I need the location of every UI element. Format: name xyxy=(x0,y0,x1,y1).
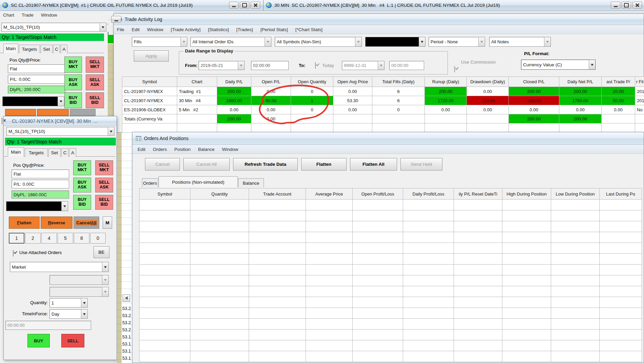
dropdown-icon[interactable] xyxy=(81,310,87,318)
flatten-button-clipped[interactable] xyxy=(5,109,36,116)
maximize-button[interactable] xyxy=(240,2,249,8)
oap-empty-row-1[interactable] xyxy=(140,210,642,221)
dropdown-icon[interactable] xyxy=(544,37,550,46)
tal-column-header-1[interactable]: Chart xyxy=(177,77,217,87)
scroll-left-button[interactable] xyxy=(123,294,130,302)
cancel-all-button[interactable]: CancelAll xyxy=(74,217,99,229)
oap-menu-0[interactable]: Edit xyxy=(138,147,145,152)
oap-menu-2[interactable]: Position xyxy=(174,147,191,152)
oap-empty-row-6[interactable] xyxy=(140,265,642,275)
symbols-filter-dropdown[interactable]: All Symbols (Non-Sim) xyxy=(275,37,362,47)
order-type-dropdown[interactable]: Market xyxy=(10,262,109,272)
tab-set[interactable]: Set xyxy=(41,45,53,53)
account-dropdown-redacted[interactable] xyxy=(2,96,64,106)
today-checkbox[interactable] xyxy=(315,62,316,69)
position-field[interactable]: Flat xyxy=(12,169,69,178)
tab-positions-non-simulated[interactable]: Positions (Non-simulated) xyxy=(159,176,238,187)
tab-balance[interactable]: Balance xyxy=(238,178,264,187)
oap-column-header-5[interactable]: Daily Profit/Loss xyxy=(403,188,454,200)
oap-empty-row-13[interactable] xyxy=(140,340,642,351)
oap-empty-row-10[interactable] xyxy=(140,308,642,319)
dom2-close-button[interactable] xyxy=(2,118,2,124)
tal-menu-1[interactable]: Edit xyxy=(132,27,140,32)
oap-empty-row-14[interactable] xyxy=(140,351,642,362)
buy-mkt-button[interactable]: BUY MKT xyxy=(64,56,82,73)
dom2-titlebar[interactable]: CL-201907-NYMEX [CBV][M] 30 Min ... xyxy=(4,116,117,126)
minimize-button[interactable] xyxy=(229,2,238,8)
reverse-button[interactable]: Reverse xyxy=(41,217,72,229)
oap-column-header-0[interactable]: Symbol xyxy=(140,188,190,200)
tal-menu-0[interactable]: File xyxy=(117,27,124,32)
to-date-dropdown[interactable]: 9999-12-31 xyxy=(342,61,385,70)
buy-ask-button[interactable]: BUY ASK xyxy=(73,178,91,192)
quantity-dropdown[interactable]: 1 xyxy=(49,298,88,308)
oap-column-header-9[interactable]: Last During Po xyxy=(600,188,642,200)
dropdown-icon[interactable] xyxy=(100,23,106,31)
dropdown-icon[interactable] xyxy=(589,60,595,69)
oap-titlebar[interactable]: Orders And Positions xyxy=(132,132,644,145)
account-filter-dropdown-redacted[interactable] xyxy=(365,37,425,47)
notes-filter-dropdown[interactable]: All Notes xyxy=(489,37,551,47)
m-button[interactable]: M xyxy=(103,217,112,229)
chart1-menu-1[interactable]: Trade xyxy=(22,13,34,18)
use-attached-orders-checkbox[interactable] xyxy=(13,250,14,256)
qty-preset-1[interactable]: 1 xyxy=(9,233,24,244)
reverse-button-clipped[interactable] xyxy=(37,109,69,116)
dropdown-icon[interactable] xyxy=(265,37,271,46)
dropdown-icon[interactable] xyxy=(102,262,108,272)
buy-ask-button[interactable]: BUY ASK xyxy=(64,74,82,90)
tal-column-header-0[interactable]: Symbol xyxy=(122,77,177,87)
tal-menu-5[interactable]: [Trades] xyxy=(236,27,253,32)
oap-empty-row-2[interactable] xyxy=(140,221,642,232)
dropdown-icon[interactable] xyxy=(108,127,114,135)
buy-bid-button[interactable]: BUY BID xyxy=(64,92,82,108)
dropdown-icon[interactable] xyxy=(58,97,64,106)
chart1-menu-2[interactable]: Window xyxy=(41,13,57,18)
send-held-button[interactable]: Send Held xyxy=(400,158,442,171)
fills-filter-dropdown[interactable]: Fills xyxy=(132,37,187,47)
use-commission-checkbox[interactable] xyxy=(454,66,455,72)
from-time-field[interactable]: 02:00:00 xyxy=(251,61,289,70)
buy-bid-button[interactable]: BUY BID xyxy=(73,195,91,210)
qty-preset-2[interactable]: 2 xyxy=(25,233,41,244)
tal-row-4[interactable] xyxy=(122,123,644,133)
tal-menu-3[interactable]: [Trade Activity] xyxy=(171,27,201,32)
sell-bid-button[interactable]: SELL BID xyxy=(95,195,113,210)
buy-button[interactable]: BUY xyxy=(27,334,50,347)
dropdown-icon[interactable] xyxy=(378,61,384,70)
tal-menu-7[interactable]: [*Chart Stats] xyxy=(295,27,323,32)
tab-a[interactable]: A xyxy=(61,45,67,53)
cancel-button[interactable]: Cancel xyxy=(145,158,180,171)
dropdown-icon[interactable] xyxy=(355,37,361,46)
period-filter-dropdown[interactable]: Period - None xyxy=(429,37,485,47)
oap-menu-4[interactable]: Window xyxy=(222,147,238,152)
internal-order-ids-dropdown[interactable]: All Internal Order IDs xyxy=(190,37,271,47)
from-date-dropdown[interactable]: 2019-05-21 xyxy=(199,61,245,70)
minimize-button[interactable] xyxy=(611,2,620,8)
tab-c[interactable]: C xyxy=(61,148,68,157)
cancel-all-button[interactable]: Cancel All xyxy=(183,158,230,171)
tal-row-1[interactable]: CL-201907-NYMEX30 Min #41660.0090.00153.… xyxy=(122,96,644,105)
strategy-dropdown[interactable]: M_SL(10)_TP(10) xyxy=(6,127,115,136)
tal-row-2[interactable]: ES-201906-GLOBEX5 Min #20.000.0000.0000.… xyxy=(122,105,644,114)
account-dropdown-redacted[interactable] xyxy=(6,201,68,211)
tal-column-header-11[interactable]: ast Trade P/ xyxy=(602,77,635,87)
sell-ask-button[interactable]: SELL ASK xyxy=(95,178,113,192)
sell-mkt-button[interactable]: SELL MKT xyxy=(95,160,113,175)
tab-main[interactable]: Main xyxy=(3,44,18,53)
tal-column-header-6[interactable]: Total Fills (Daily) xyxy=(372,77,425,87)
tal-row-3[interactable]: Totals (Currency Va200.000.00200.00200.0… xyxy=(122,114,644,123)
flatten-button[interactable]: Flatten xyxy=(301,158,347,171)
oap-menu-3[interactable]: Balance xyxy=(198,147,215,152)
qty-preset-4[interactable]: 4 xyxy=(41,233,57,244)
tal-column-header-9[interactable]: Closed P/L xyxy=(509,77,559,87)
tal-minimize-button[interactable] xyxy=(111,16,121,23)
flatten-button[interactable]: Flatten xyxy=(9,217,40,229)
tab-c[interactable]: C xyxy=(53,45,60,53)
tab-a[interactable]: A xyxy=(69,148,76,157)
qty-preset-8[interactable]: 8 xyxy=(74,233,89,244)
dropdown-icon[interactable] xyxy=(81,298,87,307)
tab-main[interactable]: Main xyxy=(8,147,24,157)
qty-preset-0[interactable]: 0 xyxy=(90,233,106,244)
oap-column-header-4[interactable]: Open Profit/Loss xyxy=(353,188,403,200)
